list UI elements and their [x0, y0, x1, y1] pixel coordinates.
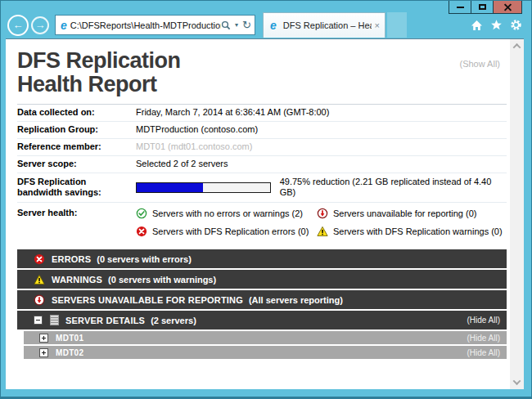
- error-icon: [136, 226, 147, 237]
- tab-close-icon[interactable]: ×: [375, 20, 380, 30]
- browser-tab[interactable]: e DFS Replication – Health Re... ×: [263, 12, 385, 38]
- server-health-legend: Servers with no errors or warnings (2) S…: [136, 208, 503, 237]
- server-row-mdt02[interactable]: MDT02 (Hide All): [24, 346, 507, 359]
- section-detail: (All servers reporting): [249, 295, 343, 305]
- legend-text: Servers with no errors or warnings (2): [152, 208, 303, 219]
- field-data-collected: Data collected on: Friday, March 7, 2014…: [17, 105, 507, 122]
- field-label: Data collected on:: [17, 107, 136, 118]
- scroll-up-button[interactable]: [510, 39, 524, 53]
- maximize-button[interactable]: [471, 1, 493, 14]
- field-replication-group: Replication Group: MDTProduction (contos…: [17, 122, 507, 139]
- address-bar[interactable]: e C:\DFSReports\Health-MDTProduction-07M…: [55, 15, 255, 35]
- back-button[interactable]: ←: [7, 15, 29, 36]
- search-icon[interactable]: [221, 20, 231, 30]
- page-favicon-icon: e: [61, 20, 67, 31]
- section-server-details[interactable]: SERVER DETAILS (2 servers) (Hide All): [17, 311, 507, 330]
- section-errors[interactable]: ERRORS (0 servers with errors): [17, 249, 507, 268]
- chevron-down-icon: [513, 377, 521, 385]
- legend-item-ok: Servers with no errors or warnings (2): [136, 208, 317, 219]
- maximize-icon: [479, 4, 486, 10]
- field-label: Replication Group:: [17, 124, 136, 135]
- page-title-line2: Health Report: [17, 73, 507, 96]
- vertical-scrollbar[interactable]: [510, 39, 524, 389]
- show-all-link[interactable]: (Show All): [459, 59, 500, 69]
- server-stack-icon: [50, 315, 59, 325]
- minimize-icon: [457, 7, 464, 8]
- section-detail: (0 servers with warnings): [108, 275, 216, 285]
- legend-item-warnings: Servers with DFS Replication warnings (0…: [317, 226, 503, 237]
- legend-item-unavailable: Servers unavailable for reporting (0): [317, 208, 503, 219]
- favorites-star-icon[interactable]: [490, 19, 503, 31]
- hide-all-link[interactable]: (Hide All): [467, 348, 500, 357]
- field-server-scope: Server scope: Selected 2 of 2 servers: [17, 156, 507, 173]
- refresh-icon[interactable]: ↻: [242, 20, 251, 30]
- navigation-bar: ← → e C:\DFSReports\Health-MDTProduction…: [7, 12, 525, 38]
- hide-all-link[interactable]: (Hide All): [467, 334, 500, 343]
- section-title: ERRORS: [52, 254, 91, 264]
- section-warnings[interactable]: WARNINGS (0 servers with warnings): [17, 270, 507, 289]
- legend-text: Servers with DFS Replication warnings (0…: [333, 226, 503, 237]
- collapse-minus-icon[interactable]: [34, 316, 43, 325]
- address-url[interactable]: C:\DFSReports\Health-MDTProduction-07Ma: [70, 20, 221, 30]
- legend-text: Servers unavailable for reporting (0): [333, 208, 476, 219]
- hide-all-link[interactable]: (Hide All): [467, 316, 500, 325]
- bandwidth-text: 49.75% reduction (2.21 GB replicated ins…: [280, 177, 507, 198]
- expand-plus-icon[interactable]: [39, 334, 48, 343]
- forward-button[interactable]: →: [31, 16, 49, 34]
- report-sections: ERRORS (0 servers with errors) WARNINGS …: [17, 249, 507, 359]
- field-server-health: Server health: Servers with no errors or…: [17, 203, 507, 244]
- page-title-line1: DFS Replication: [17, 49, 507, 73]
- unavailable-icon: [34, 294, 45, 306]
- section-detail: (0 servers with errors): [97, 254, 192, 264]
- server-name: MDT01: [56, 334, 83, 343]
- chevron-up-icon: [513, 43, 521, 52]
- error-icon: [34, 253, 45, 265]
- field-value: Friday, March 7, 2014 at 6:36:41 AM (GMT…: [136, 107, 329, 118]
- scroll-down-button[interactable]: [510, 375, 524, 389]
- field-reference-member: Reference member: MDT01 (mdt01.contoso.c…: [17, 139, 507, 156]
- expand-plus-icon[interactable]: [39, 348, 48, 357]
- section-detail: (2 servers): [151, 316, 196, 325]
- minimize-button[interactable]: [449, 1, 471, 14]
- settings-gear-icon[interactable]: [510, 19, 522, 31]
- new-tab-button[interactable]: [387, 12, 407, 38]
- server-row-mdt01[interactable]: MDT01 (Hide All): [24, 331, 507, 344]
- legend-item-errors: Servers with DFS Replication errors (0): [136, 226, 317, 237]
- home-icon[interactable]: [471, 20, 483, 31]
- section-servers-unavailable[interactable]: SERVERS UNAVAILABLE FOR REPORTING (All s…: [17, 290, 507, 309]
- bandwidth-progress-fill: [137, 183, 203, 192]
- legend-text: Servers with DFS Replication errors (0): [152, 226, 309, 237]
- page-title: DFS Replication Health Report: [17, 49, 507, 96]
- page-viewport: DFS Replication Health Report (Show All)…: [6, 38, 524, 389]
- tab-title: DFS Replication – Health Re...: [283, 20, 372, 30]
- field-label: Server scope:: [17, 159, 136, 169]
- report-page: DFS Replication Health Report (Show All)…: [6, 39, 510, 389]
- field-label: Server health:: [17, 208, 136, 218]
- field-value: Selected 2 of 2 servers: [136, 159, 228, 169]
- warning-icon: [34, 274, 45, 285]
- section-title: WARNINGS: [52, 275, 102, 285]
- field-label: DFS Replication bandwidth savings:: [17, 177, 136, 198]
- field-bandwidth-savings: DFS Replication bandwidth savings: 49.75…: [17, 173, 507, 203]
- forward-arrow-icon: →: [35, 20, 46, 30]
- report-header: DFS Replication Health Report (Show All): [17, 49, 507, 96]
- window-controls: [449, 1, 522, 14]
- tab-favicon-icon: e: [270, 20, 277, 31]
- warning-icon: [317, 226, 328, 237]
- browser-window: ← → e C:\DFSReports\Health-MDTProduction…: [0, 0, 532, 399]
- section-title: SERVERS UNAVAILABLE FOR REPORTING: [52, 295, 243, 305]
- field-value: MDTProduction (contoso.com): [136, 124, 258, 135]
- unavailable-icon: [317, 208, 328, 219]
- bandwidth-progress-bar: [136, 182, 271, 193]
- field-label: Reference member:: [17, 141, 136, 152]
- close-icon: [503, 2, 512, 11]
- server-name: MDT02: [56, 348, 83, 357]
- ok-icon: [136, 208, 147, 219]
- back-arrow-icon: ←: [13, 20, 24, 30]
- close-button[interactable]: [493, 1, 522, 14]
- field-value: MDT01 (mdt01.contoso.com): [136, 141, 252, 152]
- address-dropdown-icon[interactable]: ▾: [235, 21, 238, 29]
- browser-action-icons: [471, 19, 525, 31]
- section-title: SERVER DETAILS: [65, 316, 145, 325]
